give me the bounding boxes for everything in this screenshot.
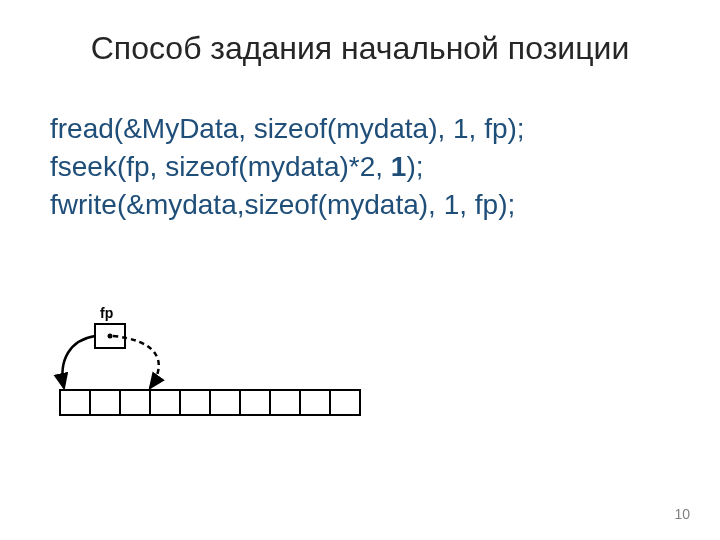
svg-rect-4 bbox=[180, 390, 210, 415]
svg-rect-2 bbox=[120, 390, 150, 415]
svg-rect-5 bbox=[210, 390, 240, 415]
svg-rect-0 bbox=[60, 390, 90, 415]
code-line-2: fseek(fp, sizeof(mydata)*2, 1); bbox=[50, 148, 525, 186]
code-line-2a: fseek(fp, sizeof(mydata)*2, bbox=[50, 151, 391, 182]
seek-diagram: fp bbox=[50, 300, 390, 440]
fp-label: fp bbox=[100, 305, 113, 321]
svg-rect-3 bbox=[150, 390, 180, 415]
svg-rect-1 bbox=[90, 390, 120, 415]
code-block: fread(&MyData, sizeof(mydata), 1, fp); f… bbox=[50, 110, 525, 223]
fp-dot bbox=[108, 334, 113, 339]
code-line-2b: 1 bbox=[391, 151, 407, 182]
svg-rect-7 bbox=[270, 390, 300, 415]
svg-rect-6 bbox=[240, 390, 270, 415]
solid-arrow bbox=[62, 336, 95, 388]
code-line-1: fread(&MyData, sizeof(mydata), 1, fp); bbox=[50, 110, 525, 148]
svg-rect-8 bbox=[300, 390, 330, 415]
slide: Способ задания начальной позиции fread(&… bbox=[0, 0, 720, 540]
slide-title: Способ задания начальной позиции bbox=[0, 30, 720, 67]
code-line-3: fwrite(&mydata,sizeof(mydata), 1, fp); bbox=[50, 186, 525, 224]
page-number: 10 bbox=[674, 506, 690, 522]
code-line-2c: ); bbox=[406, 151, 423, 182]
svg-rect-9 bbox=[330, 390, 360, 415]
array-cells bbox=[60, 390, 360, 415]
